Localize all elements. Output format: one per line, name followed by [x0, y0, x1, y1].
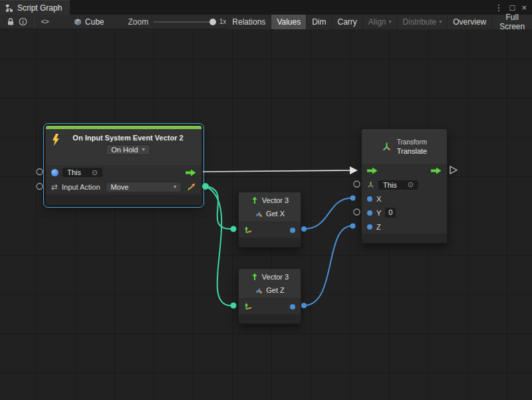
- vector3-icon: [251, 196, 259, 204]
- event-this-row: This ⊙: [46, 165, 201, 180]
- transform-y-port[interactable]: [354, 209, 360, 215]
- event-action-port[interactable]: [37, 184, 43, 190]
- values-button[interactable]: Values: [271, 15, 306, 29]
- getz-output-port[interactable]: [301, 303, 307, 308]
- getx-input-port[interactable]: [231, 226, 237, 232]
- target-picker-icon[interactable]: ⊙: [408, 181, 414, 188]
- z-port-dot[interactable]: [367, 224, 372, 230]
- zoom-slider-handle[interactable]: [209, 19, 216, 25]
- transform-type-label: Transform: [397, 138, 427, 146]
- graph-owner[interactable]: Cube: [74, 17, 104, 27]
- event-node-footer: [46, 194, 201, 205]
- this-label: This: [383, 181, 397, 189]
- window-tab-bar: Script Graph ⋮ □ ×: [0, 0, 532, 15]
- info-icon[interactable]: [17, 15, 29, 29]
- input-action-dropdown[interactable]: Move ▾: [106, 182, 182, 192]
- flow-output-arrow-icon[interactable]: [186, 169, 196, 176]
- wire-flow: [203, 170, 350, 172]
- caret-down-icon: ▾: [389, 19, 392, 25]
- relations-button[interactable]: Relations: [226, 15, 271, 29]
- transform-name-label: Translate: [397, 147, 427, 155]
- getx-value-output-dot[interactable]: [290, 228, 295, 233]
- get-member-icon: [255, 210, 263, 218]
- getx-name-label: Get X: [266, 210, 285, 218]
- zoom-slider[interactable]: [154, 15, 215, 29]
- target-picker-icon[interactable]: ⊙: [92, 169, 98, 176]
- input-action-value: Move: [111, 183, 129, 191]
- transform-icon: [382, 142, 392, 152]
- code-view-icon[interactable]: <>: [39, 15, 51, 29]
- event-this-field[interactable]: This ⊙: [63, 168, 102, 177]
- flow-input-arrow-icon[interactable]: [367, 167, 378, 174]
- transform-y-row: Y 0: [362, 206, 447, 220]
- transform-x-row: X: [362, 192, 447, 206]
- carry-button[interactable]: Carry: [332, 15, 362, 29]
- align-button[interactable]: Align ▾: [362, 15, 397, 29]
- self-icon: [51, 169, 59, 176]
- z-label: Z: [376, 223, 381, 231]
- getz-input-port[interactable]: [231, 303, 237, 309]
- getz-header: Vector 3 Get Z: [239, 269, 301, 298]
- overview-button[interactable]: Overview: [447, 15, 491, 29]
- dim-button[interactable]: Dim: [306, 15, 331, 29]
- transform-header: Transform Translate: [362, 129, 447, 164]
- getx-port-row: [239, 222, 301, 238]
- getx-type-label: Vector 3: [262, 196, 289, 204]
- event-node-header: On Input System Event Vector 2 On Hold ▾: [46, 129, 201, 165]
- wire-getx-to-transform-x: [304, 198, 352, 230]
- getz-name-label: Get Z: [266, 286, 285, 294]
- event-this-port[interactable]: [37, 169, 43, 175]
- transform-z-port[interactable]: [350, 224, 356, 229]
- get-member-icon: [255, 286, 263, 294]
- lock-icon[interactable]: [4, 15, 17, 29]
- tab-script-graph[interactable]: Script Graph: [0, 0, 70, 15]
- transform-this-field[interactable]: This ⊙: [378, 180, 418, 190]
- unity-script-graph-window: Script Graph ⋮ □ × <>: [0, 0, 532, 400]
- node-get-z[interactable]: Vector 3 Get Z: [238, 268, 301, 324]
- zoom-slider-track[interactable]: [154, 21, 215, 23]
- x-port-dot[interactable]: [367, 196, 372, 202]
- graph-toolbar: <> Cube Zoom 1x Relations Values Dim Car…: [0, 15, 532, 29]
- transform-x-port[interactable]: [350, 196, 356, 201]
- input-action-label: Input Action: [62, 183, 100, 191]
- event-mode-dropdown[interactable]: On Hold ▾: [106, 144, 150, 155]
- maximize-icon[interactable]: □: [510, 3, 515, 12]
- flow-output-arrow-icon[interactable]: [431, 167, 442, 174]
- zoom-value: 1x: [219, 18, 227, 25]
- script-graph-icon: [5, 4, 13, 12]
- menu-icon[interactable]: ⋮: [495, 3, 503, 12]
- x-label: X: [376, 195, 381, 203]
- distribute-label: Distribute: [403, 17, 437, 27]
- caret-down-icon: ▾: [174, 184, 176, 190]
- this-label: This: [67, 168, 81, 176]
- vector3-icon: [251, 273, 259, 281]
- y-port-dot[interactable]: [367, 210, 372, 216]
- getz-value-output-dot[interactable]: [290, 304, 295, 309]
- fullscreen-button[interactable]: Full Screen: [491, 15, 532, 29]
- axis-icon: [244, 302, 253, 311]
- action-arrow-icon[interactable]: [187, 182, 196, 192]
- transform-flow-output-port[interactable]: [450, 166, 457, 174]
- cube-icon: [74, 18, 82, 26]
- wire-vector2-to-getz: [205, 186, 231, 305]
- node-get-x[interactable]: Vector 3 Get X: [238, 192, 301, 248]
- getx-header: Vector 3 Get X: [239, 192, 301, 222]
- getz-port-row: [239, 298, 301, 314]
- zoom-label: Zoom: [128, 17, 149, 27]
- event-node-title: On Input System Event Vector 2: [72, 134, 183, 142]
- vector2-output-port[interactable]: [202, 183, 209, 190]
- node-on-input-system-event[interactable]: On Input System Event Vector 2 On Hold ▾…: [45, 125, 202, 206]
- align-label: Align: [368, 17, 386, 27]
- distribute-button[interactable]: Distribute ▾: [397, 15, 448, 29]
- graph-canvas[interactable]: On Input System Event Vector 2 On Hold ▾…: [0, 29, 532, 400]
- transform-flow-row: [362, 164, 447, 178]
- transform-z-row: Z: [362, 220, 447, 234]
- close-icon[interactable]: ×: [521, 3, 527, 12]
- event-mode-value: On Hold: [111, 146, 138, 154]
- y-value-input[interactable]: 0: [385, 208, 396, 218]
- getx-output-port[interactable]: [301, 226, 307, 232]
- node-transform-translate[interactable]: Transform Translate This: [361, 128, 448, 244]
- transform-this-row: This ⊙: [362, 178, 447, 192]
- toolbar-separator: [34, 17, 35, 27]
- transform-this-port[interactable]: [354, 181, 360, 187]
